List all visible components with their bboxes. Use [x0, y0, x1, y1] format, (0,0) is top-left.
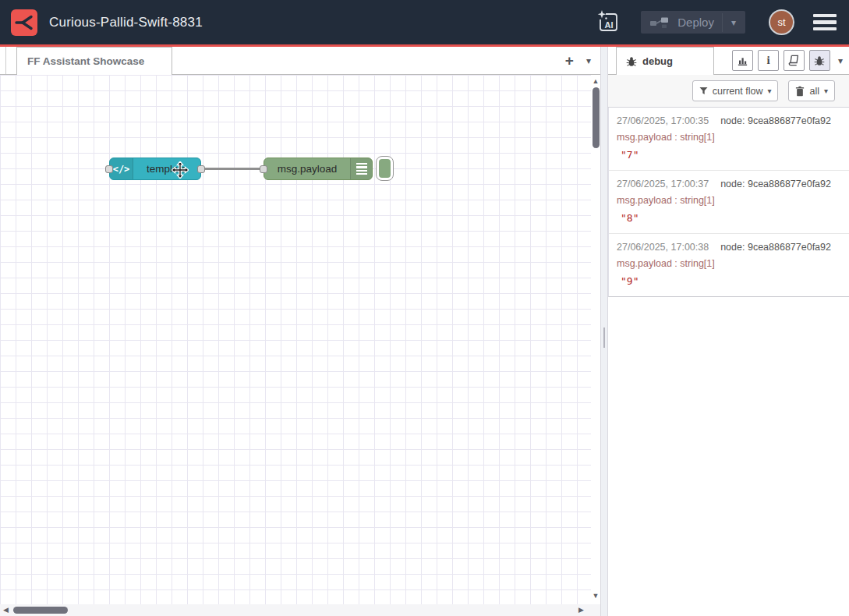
clear-scope-label: all — [809, 86, 819, 97]
deploy-nodes-icon — [650, 16, 670, 29]
filter-label: current flow — [713, 86, 763, 97]
message-property: msg.payload : string[1] — [617, 195, 841, 206]
debug-list-icon — [350, 158, 372, 179]
deploy-label: Deploy — [677, 16, 714, 29]
flowfuse-logo-icon — [11, 9, 37, 36]
debug-toolbar: current flow ▾ all ▾ — [608, 75, 849, 108]
message-node-id: node: 9cea886877e0fa92 — [720, 242, 831, 253]
node-debug-label: msg.payload — [264, 158, 350, 179]
tab-debug[interactable]: debug — [616, 47, 714, 75]
dashboard-tab-button[interactable] — [732, 50, 753, 71]
caret-down-icon: ▾ — [731, 17, 736, 28]
message-property: msg.payload : string[1] — [617, 258, 841, 269]
scroll-right-icon[interactable]: ▶ — [578, 606, 584, 614]
flow-canvas[interactable]: </> template msg.payload — [0, 75, 591, 604]
vertical-scrollbar-thumb[interactable] — [593, 87, 600, 148]
debug-enable-toggle[interactable] — [376, 156, 394, 181]
input-port[interactable] — [105, 165, 113, 173]
message-timestamp: 27/06/2025, 17:00:38 — [617, 242, 709, 253]
sparkle-icon — [598, 10, 607, 19]
deploy-button[interactable]: Deploy ▾ — [641, 11, 745, 34]
input-port[interactable] — [260, 165, 267, 173]
message-value: "7" — [617, 149, 841, 161]
bar-chart-icon — [737, 55, 748, 66]
help-tab-button[interactable] — [784, 50, 805, 71]
ai-assistant-button[interactable]: AI — [596, 9, 621, 36]
svg-text:AI: AI — [605, 19, 614, 29]
deploy-options-caret[interactable]: ▾ — [722, 13, 745, 32]
caret-down-icon: ▾ — [767, 87, 771, 95]
add-flow-button[interactable]: + — [565, 53, 574, 68]
tab-flow[interactable]: FF Assistant Showcase — [16, 47, 172, 75]
funnel-icon — [699, 87, 708, 95]
debug-message[interactable]: 27/06/2025, 17:00:37 node: 9cea886877e0f… — [609, 171, 849, 234]
message-value: "9" — [617, 275, 841, 287]
sidebar-options-caret[interactable]: ▾ — [838, 56, 843, 65]
message-timestamp: 27/06/2025, 17:00:37 — [617, 179, 709, 189]
splitter-grip — [603, 327, 605, 348]
info-tab-button[interactable]: i — [758, 50, 779, 71]
sidebar: debug i — [608, 47, 849, 616]
horizontal-scrollbar[interactable]: ◀ ▶ — [0, 604, 600, 616]
node-template-label: template — [133, 158, 200, 179]
caret-down-icon: ▾ — [824, 87, 828, 95]
horizontal-scrollbar-thumb[interactable] — [13, 607, 68, 614]
move-cursor-icon — [172, 161, 189, 179]
debug-tab-button[interactable] — [809, 50, 830, 71]
vertical-scrollbar[interactable]: ▲ ▼ — [591, 75, 600, 604]
tab-scroll-divider — [5, 47, 6, 74]
plus-icon: + — [565, 52, 574, 69]
flow-tab-label: FF Assistant Showcase — [27, 55, 144, 67]
book-icon — [788, 55, 800, 66]
clear-messages-dropdown[interactable]: all ▾ — [788, 80, 835, 101]
debug-message-list: 27/06/2025, 17:00:35 node: 9cea886877e0f… — [608, 108, 849, 297]
caret-down-icon: ▾ — [838, 55, 843, 66]
flow-list-caret[interactable]: ▾ — [586, 56, 591, 65]
scroll-up-icon[interactable]: ▲ — [591, 77, 600, 85]
output-port[interactable] — [197, 165, 205, 173]
code-icon: </> — [110, 158, 133, 179]
workspace-tabbar: FF Assistant Showcase + ▾ — [0, 47, 600, 75]
info-icon: i — [766, 54, 769, 67]
user-avatar[interactable]: st — [769, 9, 794, 35]
tab-debug-label: debug — [642, 55, 673, 67]
node-debug[interactable]: msg.payload — [264, 158, 373, 180]
wire[interactable] — [201, 168, 267, 170]
message-node-id: node: 9cea886877e0fa92 — [720, 179, 831, 189]
message-value: "8" — [617, 212, 841, 224]
main-menu-button[interactable] — [812, 12, 838, 34]
sidebar-tabbar: debug i — [608, 47, 849, 75]
header: Curious-Pallid-Swift-8831 AI Deploy ▾ st — [0, 0, 849, 44]
message-timestamp: 27/06/2025, 17:00:35 — [617, 115, 709, 126]
bug-icon — [814, 55, 825, 66]
filter-dropdown[interactable]: current flow ▾ — [692, 80, 779, 101]
trash-icon — [795, 86, 805, 97]
sidebar-splitter[interactable] — [600, 47, 608, 616]
bug-icon — [626, 56, 637, 67]
hamburger-icon — [813, 14, 837, 18]
message-node-id: node: 9cea886877e0fa92 — [720, 115, 831, 126]
page-title: Curious-Pallid-Swift-8831 — [49, 15, 203, 30]
caret-down-icon: ▾ — [586, 55, 591, 66]
avatar-initials: st — [777, 16, 785, 28]
debug-message[interactable]: 27/06/2025, 17:00:38 node: 9cea886877e0f… — [609, 234, 849, 296]
scroll-left-icon[interactable]: ◀ — [3, 606, 9, 614]
debug-message[interactable]: 27/06/2025, 17:00:35 node: 9cea886877e0f… — [609, 108, 849, 171]
scroll-down-icon[interactable]: ▼ — [591, 592, 600, 600]
message-property: msg.payload : string[1] — [617, 132, 841, 143]
